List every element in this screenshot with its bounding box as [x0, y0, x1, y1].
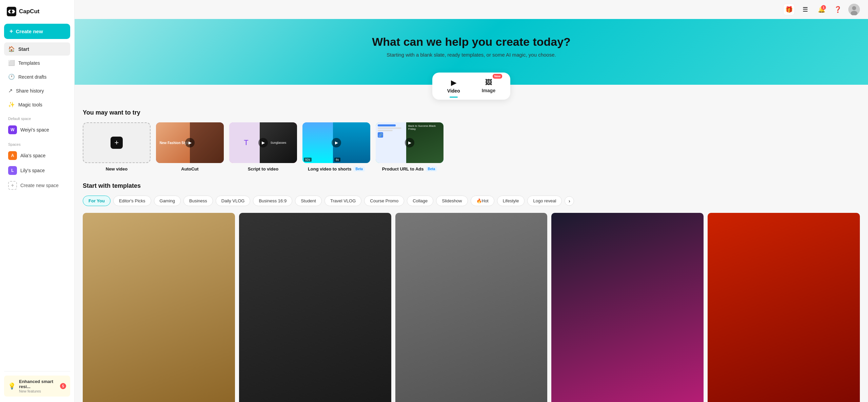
menu-icon: ☰	[803, 6, 808, 13]
create-new-button[interactable]: + Create new	[4, 24, 70, 39]
magic-icon: ✨	[8, 101, 15, 108]
space-item-lily[interactable]: L Lily's space	[4, 163, 70, 178]
notification-button[interactable]: 🔔 1	[816, 4, 827, 15]
filter-tab-for-you[interactable]: For You	[83, 196, 111, 206]
tab-video[interactable]: ▶ Video	[438, 76, 470, 96]
sidebar-item-start[interactable]: 🏠 Start	[4, 42, 70, 56]
space-item-alia[interactable]: A Alia's space	[4, 148, 70, 163]
alia-space-avatar: A	[8, 151, 17, 160]
logo-text: CapCut	[19, 8, 39, 15]
tab-image[interactable]: New 🖼 Image	[472, 76, 505, 96]
filter-tab-editors-picks[interactable]: Editor's Picks	[113, 196, 151, 206]
notification-badge: 1	[821, 5, 826, 10]
chevron-right-icon: ›	[569, 198, 570, 204]
template-card-5[interactable]	[708, 213, 860, 402]
template-card-3[interactable]	[395, 213, 548, 402]
create-new-space-item[interactable]: + Create new space	[4, 178, 70, 193]
long-video-label: Long video to shorts Beta	[308, 166, 365, 172]
long-video-beta-badge: Beta	[353, 166, 365, 172]
try-card-autocut[interactable]: New Fashion Style ▶ AutoCut	[156, 122, 224, 172]
menu-button[interactable]: ☰	[800, 4, 811, 15]
longvid-thumb: 92s 8s ▶	[302, 122, 370, 163]
try-card-product-url[interactable]: 🔗 Back to Success Black Friday ▶ Product…	[376, 122, 443, 172]
sidebar-item-recent-drafts[interactable]: 🕐 Recent drafts	[4, 70, 70, 83]
new-video-label: New video	[106, 166, 127, 172]
clock-icon: 🕐	[8, 74, 15, 80]
filter-tab-slideshow[interactable]: Slideshow	[436, 196, 468, 206]
filter-tab-hot[interactable]: 🔥Hot	[471, 196, 494, 206]
notif-bulb-icon: 💡	[8, 382, 16, 390]
notification-bar[interactable]: 💡 Enhanced smart resi... New features 5	[4, 376, 70, 397]
notif-subtitle: New features	[19, 389, 57, 393]
filter-tab-collage[interactable]: Collage	[407, 196, 433, 206]
lily-space-name: Lily's space	[20, 168, 45, 173]
template-card-2[interactable]	[239, 213, 391, 402]
autocut-thumb: New Fashion Style ▶	[156, 122, 224, 163]
image-tab-label: Image	[482, 88, 495, 93]
create-new-label: Create new	[16, 28, 43, 34]
main-content: 🎁 ☰ 🔔 1 ❓ What can we help you create to…	[75, 0, 868, 402]
try-section: You may want to try + New video New Fash…	[75, 109, 868, 182]
sidebar-item-recent-drafts-label: Recent drafts	[18, 74, 46, 80]
sidebar-item-start-label: Start	[18, 46, 29, 52]
sidebar-item-templates[interactable]: ⬜ Templates	[4, 56, 70, 69]
tab-switcher: ▶ Video New 🖼 Image	[432, 73, 510, 100]
script-play-icon: ▶	[258, 138, 268, 147]
sidebar-item-share-history-label: Share history	[16, 88, 44, 94]
gift-icon: 🎁	[785, 6, 793, 13]
filter-tab-lifestyle[interactable]: Lifestyle	[497, 196, 525, 206]
filter-tab-business-169[interactable]: Business 16:9	[253, 196, 292, 206]
try-card-long-video[interactable]: 92s 8s ▶ Long video to shorts Beta	[302, 122, 370, 172]
hero-subtitle: Starting with a blank slate, ready templ…	[83, 52, 860, 58]
svg-point-2	[852, 6, 856, 10]
video-tab-icon: ▶	[451, 79, 456, 87]
gift-button[interactable]: 🎁	[783, 4, 795, 15]
plus-icon: +	[9, 28, 13, 35]
default-space-name: Weiyi's space	[20, 127, 49, 133]
video-tab-label: Video	[447, 88, 460, 94]
filter-next-button[interactable]: ›	[565, 196, 574, 206]
autocut-label: AutoCut	[181, 166, 198, 172]
create-space-label: Create new space	[20, 183, 59, 188]
image-tab-badge: New	[493, 74, 502, 79]
filter-tab-logo-reveal[interactable]: Logo reveal	[527, 196, 562, 206]
try-card-script-to-video[interactable]: T Sunglasses ▶ Script to video	[229, 122, 297, 172]
templates-icon: ⬜	[8, 60, 15, 66]
lily-space-avatar: L	[8, 166, 17, 175]
alia-space-name: Alia's space	[20, 153, 45, 158]
sidebar-item-share-history[interactable]: ↗ Share history	[4, 84, 70, 97]
filter-tab-course-promo[interactable]: Course Promo	[364, 196, 404, 206]
sidebar-item-magic-tools-label: Magic tools	[18, 102, 42, 107]
help-icon: ❓	[834, 6, 842, 13]
templates-section: Start with templates For You Editor's Pi…	[75, 182, 868, 402]
notif-badge: 5	[60, 383, 66, 389]
template-grid: ✨	[83, 213, 860, 402]
try-card-new-video[interactable]: + New video	[83, 122, 151, 172]
content-area: What can we help you create today? Start…	[75, 0, 868, 402]
user-avatar[interactable]	[848, 4, 860, 15]
template-card-1[interactable]: ✨	[83, 213, 235, 402]
new-video-plus-icon: +	[111, 137, 123, 149]
product-url-beta-badge: Beta	[426, 166, 437, 172]
product-url-label: Product URL to Ads Beta	[382, 166, 437, 172]
autocut-play-icon: ▶	[185, 138, 195, 147]
producturl-play-icon: ▶	[405, 138, 414, 147]
longvid-play-icon: ▶	[332, 138, 341, 147]
help-button[interactable]: ❓	[832, 4, 844, 15]
default-space-item[interactable]: W Weiyi's space	[4, 123, 70, 137]
sidebar: CapCut + Create new 🏠 Start ⬜ Templates …	[0, 0, 75, 402]
logo: CapCut	[4, 5, 70, 18]
topbar: 🎁 ☰ 🔔 1 ❓	[75, 0, 868, 19]
home-icon: 🏠	[8, 46, 15, 52]
filter-tab-student[interactable]: Student	[295, 196, 322, 206]
hero-title: What can we help you create today?	[83, 35, 860, 48]
script-to-video-label: Script to video	[248, 166, 278, 172]
filter-tab-daily-vlog[interactable]: Daily VLOG	[216, 196, 251, 206]
filter-tab-gaming[interactable]: Gaming	[154, 196, 181, 206]
filter-tab-business[interactable]: Business	[183, 196, 213, 206]
template-card-4[interactable]	[551, 213, 704, 402]
sidebar-item-templates-label: Templates	[18, 60, 40, 66]
sidebar-item-magic-tools[interactable]: ✨ Magic tools	[4, 98, 70, 111]
filter-tab-travel-vlog[interactable]: Travel VLOG	[324, 196, 361, 206]
notif-title: Enhanced smart resi...	[19, 379, 57, 389]
